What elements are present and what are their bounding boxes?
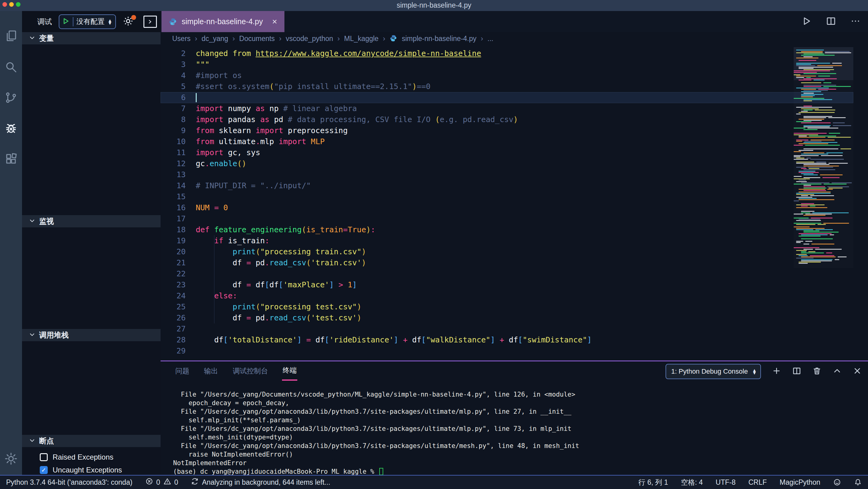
code-line-9[interactable]: 9from sklearn import preprocessing <box>161 125 868 136</box>
eol-status[interactable]: CRLF <box>748 478 767 487</box>
code-line-13[interactable]: 13 <box>161 169 868 180</box>
code-line-18[interactable]: 18def feature_engineering(is_train=True)… <box>161 224 868 235</box>
breadcrumb-item[interactable]: Documents <box>239 35 275 43</box>
encoding-status[interactable]: UTF-8 <box>716 478 736 487</box>
debug-configuration-dropdown[interactable]: 没有配置 ▲▼ <box>59 15 116 29</box>
code-line-28[interactable]: 28 df['totalDistance'] = df['rideDistanc… <box>161 335 868 345</box>
tab-bar: simple-nn-baseline-4.py × <box>161 11 868 32</box>
terminal-line: NotImplementedError <box>173 459 868 467</box>
start-debug-icon[interactable] <box>62 17 70 26</box>
code-editor[interactable]: 2changed from https://www.kaggle.com/any… <box>161 45 868 372</box>
code-line-21[interactable]: 21 df = pd.read_csv('train.csv') <box>161 257 868 268</box>
terminal-line: epoch_decay = epoch_decay, <box>173 399 868 407</box>
code-line-4[interactable]: 4#import os <box>161 70 868 81</box>
line-number: 24 <box>161 290 186 301</box>
section-header-watch[interactable]: 监视 <box>22 215 161 227</box>
breakpoint-raised-exceptions[interactable]: Raised Exceptions <box>22 451 161 464</box>
code-line-5[interactable]: 5#ssert os.system("pip install ultimate=… <box>161 81 868 92</box>
section-header-call-stack[interactable]: 调用堆栈 <box>22 329 161 341</box>
code-line-15[interactable]: 15 <box>161 191 868 202</box>
maximize-panel-icon[interactable] <box>833 366 842 377</box>
code-line-2[interactable]: 2changed from https://www.kaggle.com/any… <box>161 48 868 59</box>
run-file-icon[interactable] <box>801 16 812 28</box>
search-icon <box>5 61 18 75</box>
code-line-12[interactable]: 12gc.enable() <box>161 158 868 169</box>
code-line-22[interactable]: 22 <box>161 268 868 279</box>
section-header-variables[interactable]: 变量 <box>22 32 161 45</box>
code-line-8[interactable]: 8import pandas as pd # data processing, … <box>161 114 868 125</box>
code-line-27[interactable]: 27 <box>161 323 868 335</box>
more-actions-icon[interactable] <box>850 16 861 28</box>
tab-close-icon[interactable]: × <box>272 17 277 27</box>
code-line-16[interactable]: 16NUM = 0 <box>161 202 868 213</box>
problems-status[interactable]: 0 0 <box>145 478 178 487</box>
code-line-10[interactable]: 10from ultimate.mlp import MLP <box>161 136 868 147</box>
sidebar-item-extensions[interactable] <box>0 147 22 172</box>
code-line-20[interactable]: 20 print("processing train.csv") <box>161 246 868 257</box>
code-text: else: <box>196 290 237 301</box>
code-line-25[interactable]: 25 print("processing test.csv") <box>161 301 868 312</box>
debug-console-button[interactable] <box>144 16 157 28</box>
section-title: 断点 <box>39 436 54 446</box>
tab-output[interactable]: 输出 <box>204 362 219 380</box>
checkbox-unchecked[interactable] <box>40 453 48 461</box>
sidebar-item-debug[interactable] <box>0 117 22 141</box>
gear-icon <box>5 452 18 466</box>
breadcrumb-item[interactable]: dc_yang <box>202 35 228 43</box>
breadcrumb-item-symbol[interactable]: ... <box>488 35 493 43</box>
tab-simple-nn-baseline-4[interactable]: simple-nn-baseline-4.py × <box>161 11 284 32</box>
sidebar-item-explorer[interactable] <box>0 24 22 49</box>
code-line-19[interactable]: 19 if is_train: <box>161 235 868 246</box>
indentation-status[interactable]: 空格: 4 <box>681 478 703 487</box>
split-terminal-icon[interactable] <box>792 366 801 377</box>
breadcrumb-item[interactable]: ML_kaggle <box>344 35 379 43</box>
code-line-7[interactable]: 7import numpy as np # linear algebra <box>161 103 868 114</box>
code-line-14[interactable]: 14# INPUT_DIR = "../input/" <box>161 180 868 191</box>
notifications-bell-icon[interactable] <box>854 478 862 486</box>
manage-button[interactable] <box>0 447 22 471</box>
breadcrumb-item[interactable]: Users <box>172 35 190 43</box>
tab-problems[interactable]: 问题 <box>175 362 190 380</box>
kill-terminal-icon[interactable] <box>812 366 822 377</box>
tab-terminal[interactable]: 终端 <box>282 362 297 381</box>
code-line-3[interactable]: 3""" <box>161 59 868 70</box>
status-right: 行 6, 列 1 空格: 4 UTF-8 CRLF MagicPython <box>638 478 862 487</box>
checkbox-checked[interactable]: ✓ <box>40 466 48 474</box>
terminal-select[interactable]: 1: Python Debug Console ▲▼ <box>665 364 761 379</box>
code-line-26[interactable]: 26 df = pd.read_csv('test.csv') <box>161 312 868 323</box>
minimap[interactable] <box>794 47 853 268</box>
terminal-line: raise NotImplementedError() <box>173 450 868 459</box>
terminal-prompt[interactable]: (base) dc_yang@yangjiduocaideMacBook-Pro… <box>173 467 868 476</box>
analysis-status[interactable]: Analyzing in background, 644 items left.… <box>191 478 330 487</box>
section-header-breakpoints[interactable]: 断点 <box>22 435 161 447</box>
language-mode-status[interactable]: MagicPython <box>780 478 820 487</box>
tab-debug-console[interactable]: 调试控制台 <box>232 362 269 380</box>
code-line-11[interactable]: 11import gc, sys <box>161 147 868 158</box>
code-line-24[interactable]: 24 else: <box>161 290 868 301</box>
title-bar: simple-nn-baseline-4.py <box>0 0 868 11</box>
terminal-line: File "/Users/dc_yang/Documents/vscode_py… <box>173 390 868 399</box>
code-text: """ <box>196 59 210 70</box>
terminal-output[interactable]: File "/Users/dc_yang/Documents/vscode_py… <box>161 380 868 476</box>
code-line-17[interactable]: 17 <box>161 213 868 224</box>
split-editor-icon[interactable] <box>826 16 836 28</box>
feedback-smiley-icon[interactable] <box>833 478 841 486</box>
sidebar-item-source-control[interactable] <box>0 86 22 111</box>
code-line-23[interactable]: 23 df = df[df['maxPlace'] > 1] <box>161 279 868 290</box>
line-number: 2 <box>161 48 186 59</box>
cursor-position-status[interactable]: 行 6, 列 1 <box>638 478 668 487</box>
new-terminal-icon[interactable] <box>772 366 781 377</box>
breakpoint-uncaught-exceptions[interactable]: ✓ Uncaught Exceptions <box>22 464 161 477</box>
breadcrumb-item-filename[interactable]: simple-nn-baseline-4.py <box>402 35 476 43</box>
close-panel-icon[interactable] <box>853 366 862 377</box>
debug-toolbar: 调试 没有配置 ▲▼ <box>22 11 161 32</box>
watch-panel <box>22 227 161 329</box>
code-line-6[interactable]: 6 <box>161 92 853 103</box>
line-number: 25 <box>161 301 186 312</box>
sidebar-item-search[interactable] <box>0 55 22 80</box>
python-interpreter-status[interactable]: Python 3.7.4 64-bit ('anaconda3': conda) <box>6 478 132 487</box>
breadcrumb-item[interactable]: vscode_python <box>286 35 333 43</box>
code-line-29[interactable]: 29 <box>161 345 868 356</box>
configure-debug-button[interactable] <box>123 16 135 28</box>
code-text: if is_train: <box>196 235 270 246</box>
